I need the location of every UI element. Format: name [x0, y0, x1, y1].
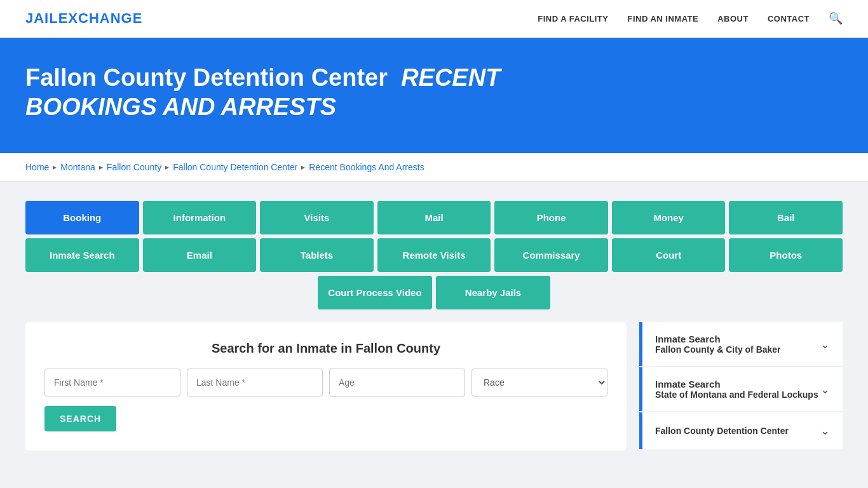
- btn-commissary[interactable]: Commissary: [494, 238, 608, 272]
- sidebar-item-detention-center[interactable]: Fallon County Detention Center ⌄: [639, 412, 843, 449]
- btn-phone[interactable]: Phone: [494, 201, 608, 234]
- btn-booking[interactable]: Booking: [25, 201, 139, 234]
- btn-inmate-search[interactable]: Inmate Search: [25, 238, 139, 272]
- btn-mail[interactable]: Mail: [377, 201, 491, 234]
- btn-court-process-video[interactable]: Court Process Video: [318, 276, 432, 309]
- search-title: Search for an Inmate in Fallon County: [44, 341, 607, 356]
- race-select[interactable]: RaceWhiteBlackHispanicAsianOther: [471, 369, 607, 396]
- breadcrumb-montana[interactable]: Montana: [60, 162, 95, 172]
- breadcrumb-bar: Home ▸ Montana ▸ Fallon County ▸ Fallon …: [0, 153, 868, 182]
- sidebar-item-title-3: Fallon County Detention Center: [655, 426, 789, 436]
- btn-money[interactable]: Money: [612, 201, 726, 234]
- hero-section: Fallon County Detention Center RECENT BO…: [0, 38, 868, 153]
- btn-nearby-jails[interactable]: Nearby Jails: [436, 276, 550, 309]
- breadcrumb-current: Recent Bookings And Arrests: [309, 162, 424, 172]
- main-nav: FIND A FACILITY FIND AN INMATE ABOUT CON…: [538, 11, 843, 25]
- nav-btn-row-3: Court Process Video Nearby Jails: [25, 276, 843, 309]
- sidebar: Inmate Search Fallon County & City of Ba…: [639, 322, 843, 451]
- chevron-down-icon-3: ⌄: [820, 424, 830, 438]
- breadcrumb-sep-2: ▸: [99, 163, 103, 172]
- breadcrumb: Home ▸ Montana ▸ Fallon County ▸ Fallon …: [25, 162, 843, 172]
- site-logo[interactable]: JAILEXCHANGE: [25, 10, 142, 27]
- nav-find-facility[interactable]: FIND A FACILITY: [538, 14, 608, 24]
- content-area: Search for an Inmate in Fallon County Ra…: [25, 322, 843, 451]
- sidebar-item-sub-1: Fallon County & City of Baker: [655, 344, 781, 355]
- site-header: JAILEXCHANGE FIND A FACILITY FIND AN INM…: [0, 0, 868, 38]
- btn-remote-visits[interactable]: Remote Visits: [377, 238, 491, 272]
- breadcrumb-sep-4: ▸: [301, 163, 305, 172]
- nav-btn-row-2: Inmate Search Email Tablets Remote Visit…: [25, 238, 843, 272]
- btn-information[interactable]: Information: [143, 201, 257, 234]
- hero-title-main: Fallon County Detention Center: [25, 64, 388, 91]
- btn-tablets[interactable]: Tablets: [260, 238, 374, 272]
- breadcrumb-sep-3: ▸: [165, 163, 169, 172]
- btn-photos[interactable]: Photos: [729, 238, 843, 272]
- nav-btn-row-1: Booking Information Visits Mail Phone Mo…: [25, 201, 843, 234]
- search-box: Search for an Inmate in Fallon County Ra…: [25, 322, 627, 451]
- sidebar-item-inmate-search-fallon[interactable]: Inmate Search Fallon County & City of Ba…: [639, 322, 843, 366]
- age-input[interactable]: [329, 369, 465, 396]
- chevron-down-icon-1: ⌄: [820, 337, 830, 351]
- first-name-input[interactable]: [44, 369, 180, 396]
- nav-buttons-section: Booking Information Visits Mail Phone Mo…: [25, 201, 843, 309]
- breadcrumb-detention-center[interactable]: Fallon County Detention Center: [173, 162, 297, 172]
- chevron-down-icon-2: ⌄: [820, 383, 830, 396]
- search-icon[interactable]: 🔍: [829, 11, 843, 25]
- logo-exchange: EXCHANGE: [58, 10, 143, 26]
- btn-bail[interactable]: Bail: [729, 201, 843, 234]
- page-title: Fallon County Detention Center RECENT BO…: [25, 64, 597, 121]
- nav-about[interactable]: ABOUT: [717, 14, 749, 24]
- logo-jail: JAIL: [25, 10, 58, 26]
- breadcrumb-home[interactable]: Home: [25, 162, 49, 172]
- search-fields: RaceWhiteBlackHispanicAsianOther: [44, 369, 607, 396]
- nav-find-inmate[interactable]: FIND AN INMATE: [627, 14, 698, 24]
- nav-contact[interactable]: CONTACT: [768, 14, 810, 24]
- breadcrumb-sep-1: ▸: [53, 163, 57, 172]
- btn-email[interactable]: Email: [143, 238, 257, 272]
- sidebar-item-inmate-search-montana[interactable]: Inmate Search State of Montana and Feder…: [639, 367, 843, 411]
- breadcrumb-fallon-county[interactable]: Fallon County: [107, 162, 161, 172]
- sidebar-item-sub-2: State of Montana and Federal Lockups: [655, 390, 818, 400]
- btn-visits[interactable]: Visits: [260, 201, 374, 234]
- sidebar-item-title-1: Inmate Search: [655, 334, 781, 344]
- last-name-input[interactable]: [187, 369, 323, 396]
- sidebar-item-title-2: Inmate Search: [655, 379, 818, 390]
- main-content: Booking Information Visits Mail Phone Mo…: [0, 182, 868, 470]
- search-button[interactable]: SEARCH: [44, 406, 116, 431]
- btn-court[interactable]: Court: [612, 238, 726, 272]
